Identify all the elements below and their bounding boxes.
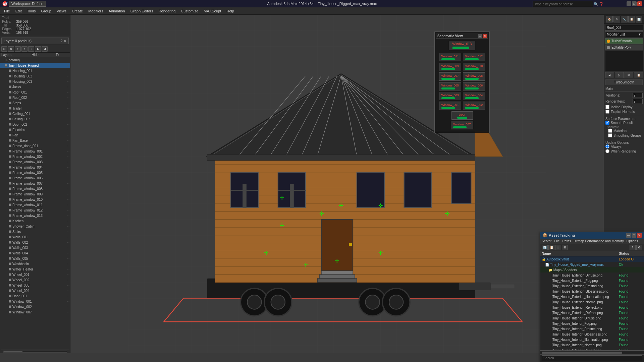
layer-item[interactable]: Frame_window_006··· xyxy=(0,175,70,181)
at-list-item[interactable]: Tiny_House_Interior_Illumination.pngFoun… xyxy=(540,337,644,342)
layer-item[interactable]: Wheel_004··· xyxy=(0,288,70,293)
layer-item[interactable]: Electrics··· xyxy=(0,127,70,132)
menu-rendering[interactable]: Rendering xyxy=(156,8,178,14)
layer-item[interactable]: Wheel_001··· xyxy=(0,272,70,277)
search-input[interactable] xyxy=(533,1,593,7)
modifier-turbosmooth[interactable]: TurboSmooth xyxy=(605,38,643,44)
at-list-item[interactable]: Tiny_House_Interior_Fog.pngFound xyxy=(540,321,644,326)
search-help-icon[interactable]: ❓ xyxy=(599,2,604,6)
at-list-item[interactable]: Tiny_House_Interior_Reflect.pngFound xyxy=(540,348,644,350)
at-list-item[interactable]: Tiny_House_Interior_Normal.pngFound xyxy=(540,342,644,348)
explicit-normals-checkbox[interactable] xyxy=(605,110,609,114)
smooth-result-checkbox[interactable] xyxy=(605,121,609,125)
menu-customize[interactable]: Customize xyxy=(178,8,201,14)
menu-modifiers[interactable]: Modifiers xyxy=(86,8,106,14)
at-list-item[interactable]: 🔒 Autodesk VaultLogged O xyxy=(540,256,644,262)
at-list-item[interactable]: Tiny_House_Exterior_Reflect.pngFound xyxy=(540,305,644,310)
layer-item[interactable]: Housing_002··· xyxy=(0,73,70,79)
at-menu-options[interactable]: Options xyxy=(627,239,638,243)
layer-item[interactable]: Tiny_House_Rigged··· xyxy=(0,63,70,68)
iterations-input[interactable] xyxy=(633,93,643,98)
menu-tools[interactable]: Tools xyxy=(24,8,39,14)
layer-item[interactable]: Housing_003··· xyxy=(0,79,70,84)
layer-close-button[interactable]: ✕ xyxy=(64,39,66,43)
layer-item[interactable]: Roof_001··· xyxy=(0,89,70,95)
layer-item[interactable]: Frame_window_013··· xyxy=(0,213,70,218)
layer-item[interactable]: Frame_window_002··· xyxy=(0,154,70,159)
layer-item[interactable]: Door_002··· xyxy=(0,122,70,127)
close-button[interactable]: ✕ xyxy=(637,1,642,6)
at-search-input[interactable] xyxy=(542,355,642,361)
layer-item[interactable]: Roof_002··· xyxy=(0,95,70,100)
layer-item[interactable]: Window_002··· xyxy=(0,304,70,309)
modifier-icon-3[interactable]: 🔧 xyxy=(621,16,628,22)
menu-file[interactable]: File xyxy=(1,8,13,14)
at-tool-settings[interactable]: ⚙ xyxy=(636,245,642,250)
layer-item[interactable]: Jacks··· xyxy=(0,84,70,89)
modifier-icon-1[interactable]: 🏠 xyxy=(606,16,613,22)
menu-maxscript[interactable]: MAXScript xyxy=(201,8,224,14)
layer-item[interactable]: Frame_door_001··· xyxy=(0,143,70,148)
layer-tool-5[interactable]: ↓ xyxy=(28,46,34,52)
layer-item[interactable]: Frame_window_008··· xyxy=(0,186,70,191)
layer-item[interactable]: Frame_window_011··· xyxy=(0,202,70,207)
isoline-checkbox[interactable] xyxy=(605,105,609,109)
at-list-item[interactable]: Tiny_House_Interior_Glossiness.pngFound xyxy=(540,331,644,337)
layer-item[interactable]: Frame_window_007··· xyxy=(0,181,70,186)
layer-tool-1[interactable]: ⊞ xyxy=(1,46,7,52)
menu-graph-editors[interactable]: Graph Editors xyxy=(128,8,156,14)
search-icon[interactable]: 🔍 xyxy=(594,2,598,6)
layer-item[interactable]: Walls_001··· xyxy=(0,234,70,240)
at-tool-2[interactable]: 📋 xyxy=(548,245,554,250)
menu-views[interactable]: Views xyxy=(54,8,69,14)
layer-item[interactable]: Frame_window_003··· xyxy=(0,159,70,165)
layer-item[interactable]: Water_Heater··· xyxy=(0,266,70,272)
modifier-icon-2[interactable]: ⚙ xyxy=(613,16,620,22)
layer-item[interactable]: Walls_002··· xyxy=(0,240,70,245)
layer-item[interactable]: Window_007··· xyxy=(0,309,70,315)
at-menu-server[interactable]: Server xyxy=(542,239,551,243)
at-list-item[interactable]: Tiny_House_Exterior_Normal.pngFound xyxy=(540,299,644,305)
at-maximize-button[interactable]: □ xyxy=(632,233,636,238)
layer-item[interactable]: Frame_window_004··· xyxy=(0,165,70,170)
at-list-item[interactable]: Tiny_House_Exterior_Glossiness.pngFound xyxy=(540,289,644,294)
workspace-dropdown[interactable]: Workspace: Default xyxy=(9,1,46,7)
at-scrollbar[interactable] xyxy=(540,350,644,354)
modifier-nav-3[interactable]: ⊠ xyxy=(625,72,634,78)
at-list-item[interactable]: Tiny_House_Exterior_Illumination.pngFoun… xyxy=(540,294,644,299)
modifier-nav-2[interactable]: ▷ xyxy=(615,72,624,78)
at-list-item[interactable]: 📄 Tiny_House_Rigged_max_vray.maxOk xyxy=(540,262,644,267)
at-menu-paths[interactable]: Paths xyxy=(562,239,571,243)
layer-item[interactable]: Wheel_003··· xyxy=(0,283,70,288)
at-tool-1[interactable]: 🔄 xyxy=(542,245,548,250)
layer-item[interactable]: Frame_window_010··· xyxy=(0,197,70,202)
layer-tool-4[interactable]: ↑ xyxy=(21,46,28,52)
layer-item[interactable]: Walls_005··· xyxy=(0,256,70,261)
layer-tool-add[interactable]: + xyxy=(15,46,21,52)
at-list-item[interactable]: Tiny_House_Exterior_Diffuse.pngFound xyxy=(540,273,644,278)
maximize-button[interactable]: □ xyxy=(632,1,637,6)
at-list-item[interactable]: Tiny_House_Interior_Fresnel.pngFound xyxy=(540,326,644,331)
menu-help[interactable]: Help xyxy=(224,8,237,14)
materials-checkbox[interactable] xyxy=(608,129,612,133)
layer-tool-7[interactable]: ◀ xyxy=(42,46,48,52)
smoothing-groups-checkbox[interactable] xyxy=(608,133,612,137)
when-rendering-radio[interactable] xyxy=(605,149,609,153)
layer-item[interactable]: Ceiling_001··· xyxy=(0,111,70,116)
at-minimize-button[interactable]: — xyxy=(626,233,631,238)
layer-item[interactable]: Trailer··· xyxy=(0,106,70,111)
layer-item[interactable]: Steps··· xyxy=(0,100,70,106)
layer-item[interactable]: Door_001··· xyxy=(0,293,70,299)
at-list-item[interactable]: Tiny_House_Interior_Diffuse.pngFound xyxy=(540,315,644,321)
modifier-object-name-field[interactable]: Roof_002 xyxy=(605,25,643,31)
layer-item[interactable]: Frame_window_012··· xyxy=(0,207,70,213)
at-menu-bitmap[interactable]: Bitmap Performance and Memory xyxy=(574,239,624,243)
layer-item[interactable]: Ceiling_002··· xyxy=(0,116,70,122)
render-iters-input[interactable] xyxy=(633,99,643,104)
always-radio[interactable] xyxy=(605,144,609,148)
layer-item[interactable]: Wheel_002··· xyxy=(0,277,70,283)
layer-item[interactable]: Walls_003··· xyxy=(0,245,70,250)
layer-tool-delete[interactable]: ✕ xyxy=(8,46,14,52)
layer-item[interactable]: Window_001··· xyxy=(0,299,70,304)
schematic-close[interactable]: ✕ xyxy=(483,34,487,38)
